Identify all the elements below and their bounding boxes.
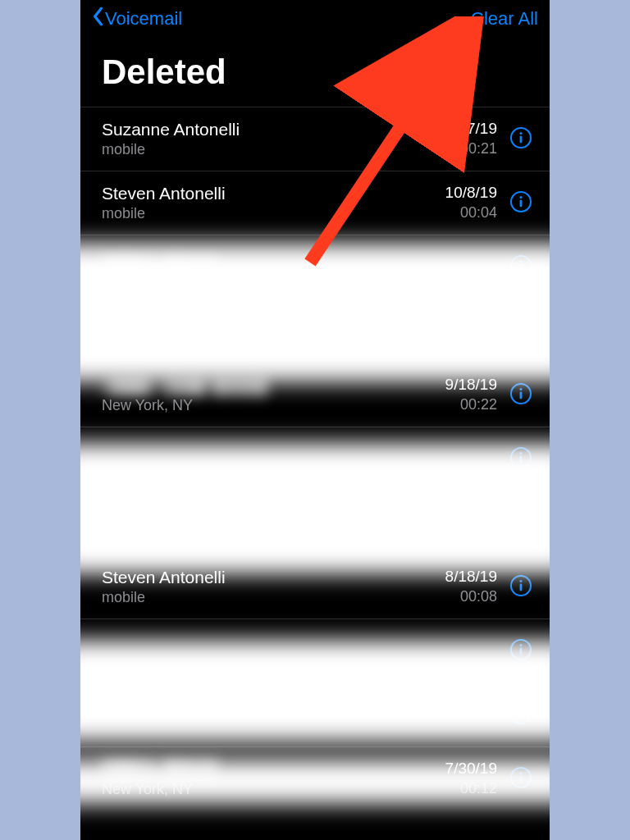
info-button[interactable] [509, 639, 533, 664]
voicemail-duration: 00:12 [445, 779, 497, 798]
caller-name: (███) ███-████ [102, 374, 445, 396]
caller-sub: New York, NY [102, 780, 445, 799]
svg-rect-5 [520, 199, 523, 207]
info-icon [509, 382, 532, 409]
svg-point-28 [519, 707, 522, 710]
info-button[interactable] [509, 703, 533, 728]
voicemail-duration: 00:21 [436, 139, 497, 158]
caller-sub: New York, NY [102, 514, 460, 532]
svg-rect-14 [520, 391, 523, 399]
voicemail-duration: 00:46 [460, 514, 497, 532]
voicemail-date: 10/8/19 [445, 183, 497, 203]
svg-rect-20 [520, 519, 523, 527]
svg-point-22 [519, 579, 522, 582]
voicemail-row[interactable] [80, 299, 550, 363]
caller-sub: New York, NY [102, 396, 445, 415]
caller-sub: mobile [102, 140, 436, 159]
voicemail-date: 10/17/19 [436, 119, 497, 139]
info-button[interactable] [509, 319, 533, 344]
caller-name: ████ ████ [102, 758, 445, 780]
voicemail-row[interactable]: (███) ███-████ New York, NY 9/18/19 00:2… [80, 363, 550, 427]
info-icon [509, 574, 532, 600]
svg-point-13 [519, 387, 522, 390]
caller-name: Suzanne Antonelli [102, 118, 436, 140]
info-icon [509, 766, 532, 792]
caller-name: ████ ████ [102, 256, 497, 278]
caller-sub: mobile [102, 588, 445, 607]
info-icon [509, 254, 532, 281]
svg-rect-8 [520, 263, 523, 271]
svg-rect-26 [520, 647, 523, 655]
clear-all-button[interactable]: Clear All [471, 8, 538, 30]
svg-rect-2 [520, 135, 523, 143]
voicemail-date: 7/30/19 [445, 759, 497, 779]
svg-rect-17 [520, 455, 523, 463]
svg-point-10 [519, 323, 522, 326]
info-icon [509, 446, 532, 472]
back-button[interactable]: Voicemail [92, 7, 182, 31]
info-button[interactable] [509, 255, 533, 280]
info-button[interactable] [509, 127, 533, 152]
info-icon [509, 702, 532, 728]
voicemail-row[interactable] [80, 427, 550, 491]
svg-point-31 [519, 771, 522, 774]
voicemail-row[interactable] [80, 619, 550, 682]
info-button[interactable] [509, 511, 533, 536]
voicemail-list: Suzanne Antonelli mobile 10/17/19 00:21 … [80, 107, 550, 810]
back-label: Voicemail [105, 8, 182, 30]
svg-rect-29 [520, 711, 523, 719]
voicemail-row[interactable]: Suzanne Antonelli mobile 10/17/19 00:21 [80, 107, 550, 171]
svg-rect-23 [520, 583, 523, 591]
svg-rect-32 [520, 775, 523, 783]
voicemail-duration: 00:04 [445, 203, 497, 222]
info-button[interactable] [509, 447, 533, 472]
info-icon [509, 190, 532, 217]
info-icon [509, 126, 532, 153]
caller-sub: mobile [102, 204, 445, 223]
voicemail-row[interactable]: ████ ████ New York, NY 7/30/19 00:12 [80, 746, 550, 810]
caller-name: Steven Antonelli [102, 566, 445, 588]
svg-point-16 [519, 451, 522, 454]
voicemail-duration: 00:22 [445, 395, 497, 414]
caller-name: Steven Antonelli [102, 182, 445, 204]
svg-point-19 [519, 515, 522, 518]
voicemail-date: 9/18/19 [445, 375, 497, 395]
info-button[interactable] [509, 191, 533, 216]
info-icon [509, 638, 532, 664]
svg-point-1 [519, 131, 522, 134]
nav-bar: Voicemail Clear All [80, 0, 550, 38]
svg-point-4 [519, 195, 522, 198]
voicemail-row[interactable] [80, 682, 550, 746]
voicemail-row[interactable]: New York, NY 00:46 [80, 491, 550, 555]
page-title: Deleted [80, 38, 550, 107]
info-button[interactable] [509, 575, 533, 600]
voicemail-row[interactable]: ████ ████ [80, 235, 550, 299]
chevron-left-icon [92, 7, 103, 31]
voicemail-row[interactable]: Steven Antonelli mobile 10/8/19 00:04 [80, 171, 550, 235]
svg-point-25 [519, 643, 522, 646]
svg-rect-11 [520, 327, 523, 335]
voicemail-duration: 00:08 [445, 587, 497, 606]
phone-screen: Voicemail Clear All Deleted Suzanne Anto… [80, 0, 550, 840]
info-icon [509, 318, 532, 345]
voicemail-date: 8/18/19 [445, 567, 497, 587]
info-icon [509, 510, 532, 536]
svg-point-7 [519, 259, 522, 262]
info-button[interactable] [509, 383, 533, 408]
info-button[interactable] [509, 767, 533, 792]
voicemail-row[interactable]: Steven Antonelli mobile 8/18/19 00:08 [80, 555, 550, 619]
